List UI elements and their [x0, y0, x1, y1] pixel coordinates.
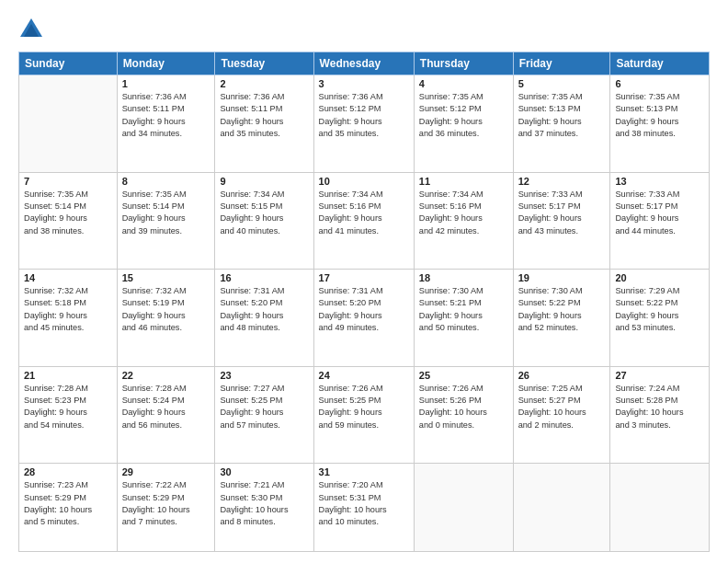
day-number: 16 — [220, 272, 308, 283]
day-number: 25 — [419, 370, 508, 381]
day-number: 24 — [319, 370, 409, 381]
cell-content: Sunrise: 7:33 AM Sunset: 5:17 PM Dayligh… — [518, 189, 606, 237]
day-number: 11 — [419, 176, 508, 187]
day-header-sunday: Sunday — [19, 52, 118, 75]
day-number: 2 — [220, 78, 308, 89]
calendar-cell: 1Sunrise: 7:36 AM Sunset: 5:11 PM Daylig… — [117, 75, 215, 173]
calendar-cell: 16Sunrise: 7:31 AM Sunset: 5:20 PM Dayli… — [215, 270, 313, 367]
day-number: 8 — [122, 176, 210, 187]
day-number: 21 — [24, 370, 112, 381]
day-number: 26 — [518, 370, 606, 381]
cell-content: Sunrise: 7:35 AM Sunset: 5:13 PM Dayligh… — [518, 91, 606, 140]
calendar-cell: 29Sunrise: 7:22 AM Sunset: 5:29 PM Dayli… — [117, 464, 215, 552]
calendar-cell: 4Sunrise: 7:35 AM Sunset: 5:12 PM Daylig… — [414, 75, 513, 173]
day-header-thursday: Thursday — [414, 52, 513, 75]
cell-content: Sunrise: 7:26 AM Sunset: 5:26 PM Dayligh… — [419, 383, 508, 431]
calendar-cell: 12Sunrise: 7:33 AM Sunset: 5:17 PM Dayli… — [513, 172, 610, 270]
day-header-friday: Friday — [513, 52, 610, 75]
day-header-monday: Monday — [117, 52, 215, 75]
cell-content: Sunrise: 7:33 AM Sunset: 5:17 PM Dayligh… — [615, 189, 704, 237]
calendar-cell: 28Sunrise: 7:23 AM Sunset: 5:29 PM Dayli… — [19, 464, 118, 552]
calendar-cell: 6Sunrise: 7:35 AM Sunset: 5:13 PM Daylig… — [610, 75, 710, 173]
cell-content: Sunrise: 7:20 AM Sunset: 5:31 PM Dayligh… — [319, 479, 409, 528]
logo — [18, 17, 48, 42]
day-number: 31 — [319, 466, 409, 477]
cell-content: Sunrise: 7:27 AM Sunset: 5:25 PM Dayligh… — [220, 383, 308, 431]
cell-content: Sunrise: 7:28 AM Sunset: 5:24 PM Dayligh… — [122, 383, 210, 431]
day-number: 15 — [122, 272, 210, 283]
page: SundayMondayTuesdayWednesdayThursdayFrid… — [0, 0, 728, 563]
day-number: 28 — [24, 466, 112, 477]
day-number: 17 — [319, 272, 409, 283]
calendar-cell: 14Sunrise: 7:32 AM Sunset: 5:18 PM Dayli… — [19, 270, 118, 367]
day-number: 12 — [518, 176, 606, 187]
calendar-cell: 9Sunrise: 7:34 AM Sunset: 5:15 PM Daylig… — [215, 172, 313, 270]
calendar-cell: 10Sunrise: 7:34 AM Sunset: 5:16 PM Dayli… — [313, 172, 414, 270]
cell-content: Sunrise: 7:36 AM Sunset: 5:12 PM Dayligh… — [319, 91, 409, 140]
day-number: 19 — [518, 272, 606, 283]
calendar-cell: 2Sunrise: 7:36 AM Sunset: 5:11 PM Daylig… — [215, 75, 313, 173]
calendar-table: SundayMondayTuesdayWednesdayThursdayFrid… — [18, 52, 710, 552]
day-number: 20 — [615, 272, 704, 283]
calendar-week-1: 1Sunrise: 7:36 AM Sunset: 5:11 PM Daylig… — [19, 75, 710, 173]
calendar-cell: 23Sunrise: 7:27 AM Sunset: 5:25 PM Dayli… — [215, 366, 313, 464]
calendar-week-5: 28Sunrise: 7:23 AM Sunset: 5:29 PM Dayli… — [19, 464, 710, 552]
cell-content: Sunrise: 7:35 AM Sunset: 5:14 PM Dayligh… — [24, 189, 112, 237]
calendar-cell: 13Sunrise: 7:33 AM Sunset: 5:17 PM Dayli… — [610, 172, 710, 270]
cell-content: Sunrise: 7:36 AM Sunset: 5:11 PM Dayligh… — [220, 91, 308, 140]
day-number: 23 — [220, 370, 308, 381]
calendar-cell: 19Sunrise: 7:30 AM Sunset: 5:22 PM Dayli… — [513, 270, 610, 367]
calendar-week-4: 21Sunrise: 7:28 AM Sunset: 5:23 PM Dayli… — [19, 366, 710, 464]
calendar-cell: 22Sunrise: 7:28 AM Sunset: 5:24 PM Dayli… — [117, 366, 215, 464]
calendar-cell — [513, 464, 610, 552]
day-number: 5 — [518, 78, 606, 89]
calendar-cell: 11Sunrise: 7:34 AM Sunset: 5:16 PM Dayli… — [414, 172, 513, 270]
cell-content: Sunrise: 7:21 AM Sunset: 5:30 PM Dayligh… — [220, 479, 308, 528]
cell-content: Sunrise: 7:31 AM Sunset: 5:20 PM Dayligh… — [319, 285, 409, 334]
day-number: 30 — [220, 466, 308, 477]
day-header-wednesday: Wednesday — [313, 52, 414, 75]
cell-content: Sunrise: 7:35 AM Sunset: 5:13 PM Dayligh… — [615, 91, 704, 140]
cell-content: Sunrise: 7:22 AM Sunset: 5:29 PM Dayligh… — [122, 479, 210, 528]
day-number: 10 — [319, 176, 409, 187]
calendar-cell — [19, 75, 118, 173]
logo-icon — [18, 17, 44, 42]
day-number: 22 — [122, 370, 210, 381]
cell-content: Sunrise: 7:34 AM Sunset: 5:15 PM Dayligh… — [220, 189, 308, 237]
calendar-cell: 15Sunrise: 7:32 AM Sunset: 5:19 PM Dayli… — [117, 270, 215, 367]
cell-content: Sunrise: 7:31 AM Sunset: 5:20 PM Dayligh… — [220, 285, 308, 334]
calendar-week-2: 7Sunrise: 7:35 AM Sunset: 5:14 PM Daylig… — [19, 172, 710, 270]
cell-content: Sunrise: 7:23 AM Sunset: 5:29 PM Dayligh… — [24, 479, 112, 528]
day-number: 1 — [122, 78, 210, 89]
cell-content: Sunrise: 7:32 AM Sunset: 5:19 PM Dayligh… — [122, 285, 210, 334]
calendar-cell — [414, 464, 513, 552]
calendar-cell: 31Sunrise: 7:20 AM Sunset: 5:31 PM Dayli… — [313, 464, 414, 552]
day-number: 7 — [24, 176, 112, 187]
calendar-week-3: 14Sunrise: 7:32 AM Sunset: 5:18 PM Dayli… — [19, 270, 710, 367]
calendar-cell: 24Sunrise: 7:26 AM Sunset: 5:25 PM Dayli… — [313, 366, 414, 464]
cell-content: Sunrise: 7:26 AM Sunset: 5:25 PM Dayligh… — [319, 383, 409, 431]
calendar-cell: 20Sunrise: 7:29 AM Sunset: 5:22 PM Dayli… — [610, 270, 710, 367]
day-number: 4 — [419, 78, 508, 89]
cell-content: Sunrise: 7:30 AM Sunset: 5:21 PM Dayligh… — [419, 285, 508, 334]
day-number: 9 — [220, 176, 308, 187]
day-number: 6 — [615, 78, 704, 89]
cell-content: Sunrise: 7:28 AM Sunset: 5:23 PM Dayligh… — [24, 383, 112, 431]
cell-content: Sunrise: 7:30 AM Sunset: 5:22 PM Dayligh… — [518, 285, 606, 334]
day-header-tuesday: Tuesday — [215, 52, 313, 75]
day-number: 13 — [615, 176, 704, 187]
calendar-header-row: SundayMondayTuesdayWednesdayThursdayFrid… — [19, 52, 710, 75]
cell-content: Sunrise: 7:24 AM Sunset: 5:28 PM Dayligh… — [615, 383, 704, 431]
cell-content: Sunrise: 7:36 AM Sunset: 5:11 PM Dayligh… — [122, 91, 210, 140]
cell-content: Sunrise: 7:34 AM Sunset: 5:16 PM Dayligh… — [419, 189, 508, 237]
cell-content: Sunrise: 7:35 AM Sunset: 5:14 PM Dayligh… — [122, 189, 210, 237]
day-number: 14 — [24, 272, 112, 283]
day-number: 3 — [319, 78, 409, 89]
day-number: 27 — [615, 370, 704, 381]
calendar-cell: 26Sunrise: 7:25 AM Sunset: 5:27 PM Dayli… — [513, 366, 610, 464]
calendar-cell: 8Sunrise: 7:35 AM Sunset: 5:14 PM Daylig… — [117, 172, 215, 270]
calendar-cell: 27Sunrise: 7:24 AM Sunset: 5:28 PM Dayli… — [610, 366, 710, 464]
day-number: 29 — [122, 466, 210, 477]
cell-content: Sunrise: 7:32 AM Sunset: 5:18 PM Dayligh… — [24, 285, 112, 334]
calendar-cell: 5Sunrise: 7:35 AM Sunset: 5:13 PM Daylig… — [513, 75, 610, 173]
